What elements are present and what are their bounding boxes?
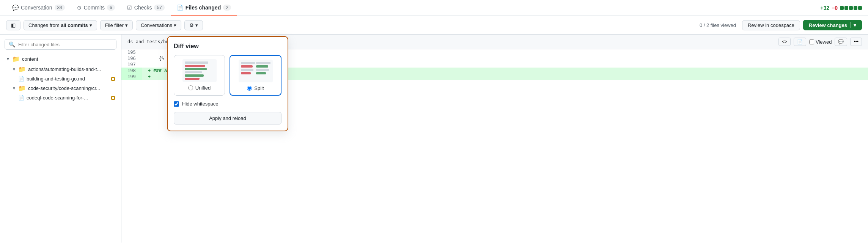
hide-whitespace-label: Hide whitespace	[182, 101, 218, 107]
conversations-label: Conversations	[141, 22, 172, 28]
folder-actions-label: actions/automating-builds-and-t...	[28, 66, 101, 72]
more-options-button[interactable]: •••	[850, 38, 862, 46]
file-icon-2: 📄	[18, 95, 24, 101]
unified-option-card[interactable]: Unified	[174, 55, 225, 96]
split-right-2	[256, 65, 268, 68]
tree-folder-actions[interactable]: ▼ 📁 actions/automating-builds-and-t...	[11, 65, 116, 74]
tree-indent-3: 📄 codeql-code-scanning-for-...	[11, 94, 116, 102]
tab-files-changed-label: Files changed	[186, 5, 221, 11]
tree-folder-code-security[interactable]: ▼ 📁 code-security/code-scanning/cr...	[11, 84, 116, 93]
viewed-checkbox-wrapper[interactable]: Viewed	[809, 39, 832, 45]
gear-icon: ⚙	[189, 22, 194, 28]
diff-additions: +32	[820, 5, 829, 11]
review-changes-button[interactable]: Review changes ▾	[803, 20, 862, 30]
review-codespace-button[interactable]: Review in codespace	[742, 20, 800, 30]
folder-security-label: code-security/code-scanning/cr...	[28, 85, 100, 91]
split-radio-row: Split	[247, 85, 264, 91]
hide-whitespace-row: Hide whitespace	[174, 101, 281, 107]
diff-block-3	[849, 6, 853, 10]
comment-button[interactable]: 💬	[835, 38, 847, 46]
folder-content-label: content	[22, 56, 38, 62]
conversations-chevron-icon: ▾	[174, 22, 176, 28]
changes-from-button[interactable]: Changes from all commits ▾	[24, 20, 97, 30]
diff-block-4	[854, 6, 857, 10]
chevron-down-icon-security: ▼	[12, 86, 16, 90]
tree-folder-content[interactable]: ▼ 📁 content	[5, 54, 116, 64]
file-filter-button[interactable]: File filter ▾	[100, 20, 133, 30]
folder-security-icon: 📁	[18, 85, 26, 92]
toolbar: ◧ Changes from all commits ▾ File filter…	[0, 16, 868, 35]
chevron-down-icon: ▼	[6, 57, 10, 61]
folder-actions-icon: 📁	[18, 66, 26, 73]
checks-icon: ☑	[127, 5, 132, 11]
line-num-195: 195	[121, 49, 142, 55]
tab-conversation[interactable]: 💬 Conversation 34	[6, 0, 71, 16]
diff-view-popup: Diff view Unified	[167, 36, 288, 131]
file-filter-label: File filter	[105, 22, 124, 28]
split-col-left	[241, 62, 255, 80]
files-viewed-label: 0 / 2 files viewed	[700, 22, 736, 28]
file-building-testing-go-label: building-and-testing-go.md	[27, 76, 85, 82]
review-changes-label: Review changes	[809, 22, 847, 28]
diff-block-5	[858, 6, 862, 10]
tab-checks-badge: 57	[154, 5, 164, 11]
tab-files-changed-badge: 2	[223, 5, 231, 11]
unified-line-5	[185, 74, 204, 77]
unified-preview	[182, 59, 217, 82]
review-changes-divider	[850, 22, 851, 28]
split-option-card[interactable]: Split	[230, 55, 281, 96]
split-left-1	[241, 62, 255, 64]
viewed-checkbox[interactable]	[809, 39, 814, 44]
sidebar-toggle-button[interactable]: ◧	[6, 20, 20, 30]
tree-file-codeql[interactable]: 📄 codeql-code-scanning-for-...	[17, 94, 116, 102]
chevron-down-icon-actions: ▼	[12, 67, 16, 71]
popup-title: Diff view	[174, 43, 281, 50]
split-right-3	[256, 69, 269, 71]
filter-input-wrapper: 🔍	[5, 39, 116, 50]
line-num-197: 197	[121, 61, 142, 68]
filter-changed-files-input[interactable]	[18, 42, 112, 47]
unified-line-4	[185, 71, 203, 74]
conversations-button[interactable]: Conversations ▾	[136, 20, 181, 30]
split-left-3	[241, 69, 254, 71]
code-view-button[interactable]: <>	[778, 38, 791, 46]
unified-line-2	[185, 65, 206, 67]
file-tree-sidebar: 🔍 ▼ 📁 content ▼ 📁 actions/automating-bui…	[0, 35, 121, 243]
diff-stat: +32 −0	[820, 5, 862, 11]
code-icon: <>	[782, 39, 787, 44]
split-col-right	[256, 62, 270, 80]
tab-bar: 💬 Conversation 34 ⊙ Commits 6 ☑ Checks 5…	[0, 0, 868, 16]
review-codespace-label: Review in codespace	[748, 22, 794, 28]
tab-files-changed[interactable]: 📄 Files changed 2	[171, 0, 237, 16]
files-changed-icon: 📄	[177, 5, 183, 11]
conversation-icon: 💬	[12, 5, 19, 11]
tab-conversation-label: Conversation	[21, 5, 52, 11]
diff-block-1	[840, 6, 844, 10]
apply-reload-button[interactable]: Apply and reload	[174, 112, 281, 124]
unified-radio[interactable]	[188, 85, 193, 90]
unified-line-1	[185, 61, 208, 64]
hide-whitespace-checkbox[interactable]	[174, 101, 179, 107]
commits-icon: ⊙	[77, 5, 82, 11]
review-changes-chevron-icon: ▾	[854, 22, 856, 28]
diff-view-options: Unified	[174, 55, 281, 96]
file-filter-chevron-icon: ▾	[125, 22, 128, 28]
file-status-dot-2	[111, 96, 115, 100]
settings-chevron-icon: ▾	[195, 22, 198, 28]
settings-button[interactable]: ⚙ ▾	[184, 20, 203, 30]
sidebar-toggle-icon: ◧	[11, 22, 16, 28]
tab-commits-badge: 6	[107, 5, 115, 11]
split-left-4	[241, 72, 251, 74]
split-label: Split	[254, 85, 264, 91]
split-radio[interactable]	[247, 86, 252, 91]
unified-radio-row: Unified	[188, 85, 211, 91]
tree-indent-1: ▼ 📁 actions/automating-builds-and-t... 📄…	[5, 65, 116, 102]
viewed-label: Viewed	[816, 39, 832, 45]
file-view-button[interactable]: 📄	[794, 38, 806, 46]
tree-file-building-testing-go[interactable]: 📄 building-and-testing-go.md	[17, 75, 116, 83]
file-icon-1: 📄	[18, 76, 24, 82]
tab-commits[interactable]: ⊙ Commits 6	[71, 0, 121, 16]
tab-checks[interactable]: ☑ Checks 57	[121, 0, 171, 16]
ellipsis-icon: •••	[854, 39, 859, 44]
line-num-196: 196	[121, 55, 142, 61]
